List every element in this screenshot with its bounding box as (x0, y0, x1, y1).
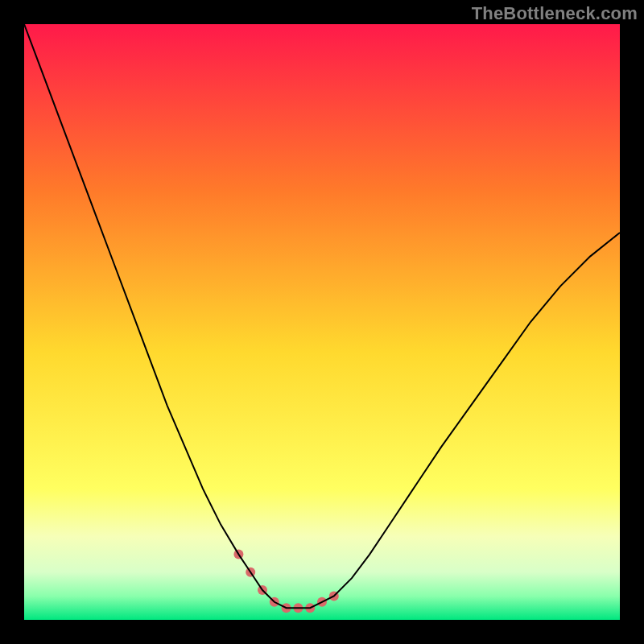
watermark-text: TheBottleneck.com (472, 3, 638, 24)
chart-frame: TheBottleneck.com (0, 0, 644, 644)
plot-svg (24, 24, 620, 620)
plot-area (24, 24, 620, 620)
